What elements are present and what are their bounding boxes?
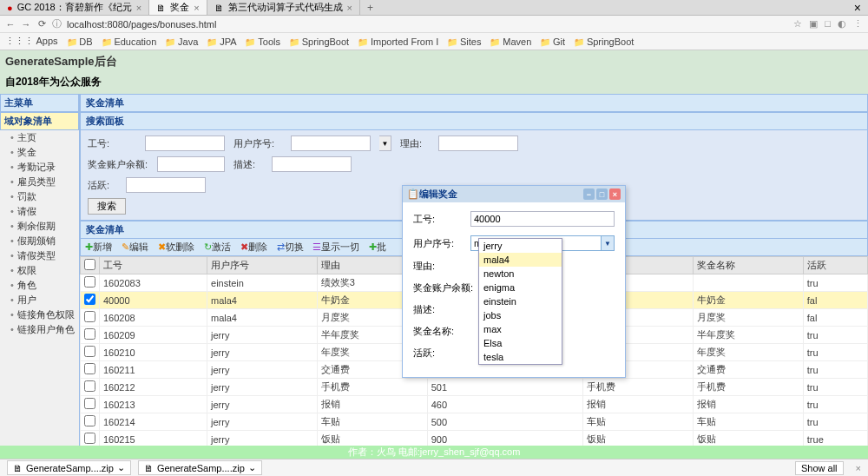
bookmark-folder[interactable]: SpringBoot — [574, 36, 634, 47]
close-icon[interactable]: × — [609, 188, 621, 200]
download-item[interactable]: 🗎 GenerateSamp....zip ⌄ — [138, 460, 262, 475]
table-row[interactable]: 160214jerry车贴500车贴车贴tru — [81, 413, 868, 431]
dropdown-option[interactable]: einstein — [479, 294, 562, 308]
active-input[interactable] — [126, 177, 206, 193]
dlg-code-input[interactable] — [470, 211, 615, 227]
select-all-checkbox[interactable] — [84, 259, 95, 270]
dropdown-icon[interactable]: ▼ — [379, 136, 391, 151]
sidebar-item[interactable]: 用户 — [0, 293, 79, 307]
window-close-button[interactable]: × — [847, 1, 868, 15]
sidebar-item[interactable]: 罚款 — [0, 189, 79, 204]
close-icon[interactable]: × — [136, 3, 141, 13]
sidebar-main-header[interactable]: 主菜单 — [0, 94, 79, 112]
close-icon[interactable]: × — [194, 3, 199, 13]
bookmark-folder[interactable]: Sites — [447, 36, 481, 47]
search-button[interactable]: 搜索 — [88, 198, 126, 215]
reason-input[interactable] — [438, 136, 518, 151]
menu-icon[interactable]: ⋮ — [853, 18, 863, 30]
sidebar-item[interactable]: 请假类型 — [0, 248, 79, 263]
cell: 160210 — [100, 344, 207, 361]
ext-icon[interactable]: □ — [825, 18, 831, 30]
ext-icon[interactable]: ◐ — [838, 18, 846, 30]
sidebar-item[interactable]: 假期颁销 — [0, 234, 79, 248]
close-icon[interactable]: × — [347, 3, 352, 13]
sidebar-item[interactable]: 链接用户角色 — [0, 322, 79, 337]
col-header[interactable]: 用户序号 — [207, 257, 318, 274]
dropdown-option[interactable]: mala4 — [479, 253, 562, 267]
activate-button[interactable]: ↻激活 — [203, 241, 231, 254]
reload-icon[interactable]: ⟳ — [36, 18, 47, 30]
showall-button[interactable]: ☰显示一切 — [312, 241, 359, 254]
bookmark-folder[interactable]: JPA — [207, 36, 236, 47]
bookmark-folder[interactable]: Imported From I — [358, 36, 438, 47]
softdel-button[interactable]: ✖软删除 — [157, 241, 194, 254]
edit-button[interactable]: ✎编辑 — [121, 241, 148, 254]
row-checkbox[interactable] — [84, 363, 95, 374]
row-checkbox[interactable] — [84, 415, 95, 426]
chevron-down-icon[interactable]: ▼ — [601, 236, 614, 250]
apps-button[interactable]: ⋮⋮⋮ Apps — [5, 36, 58, 47]
bookmark-folder[interactable]: Java — [165, 36, 198, 47]
sidebar-item[interactable]: 角色 — [0, 278, 79, 293]
code-input[interactable] — [145, 136, 225, 151]
balance-input[interactable] — [157, 156, 225, 172]
forward-icon[interactable]: → — [21, 19, 31, 30]
table-row[interactable]: 160213jerry报销460报销报销tru — [81, 396, 868, 413]
showall-button[interactable]: Show all — [795, 461, 844, 475]
add-button[interactable]: ✚新增 — [84, 241, 112, 254]
sidebar-item[interactable]: 权限 — [0, 263, 79, 278]
table-row[interactable]: 160212jerry手机费501手机费手机费tru — [81, 379, 868, 396]
bookmark-folder[interactable]: Maven — [490, 36, 531, 47]
del-button[interactable]: ✖删除 — [240, 241, 267, 254]
cell: 报销 — [693, 396, 803, 413]
dropdown-option[interactable]: enigma — [479, 281, 562, 294]
batch-button[interactable]: ✚批 — [368, 241, 386, 254]
user-input[interactable] — [291, 136, 371, 151]
row-checkbox[interactable] — [84, 276, 95, 288]
dropdown-option[interactable]: Elsa — [479, 336, 562, 350]
browser-tab[interactable]: ●GC 2018：育碧新作《纪元× — [0, 0, 149, 15]
col-header[interactable]: 工号 — [100, 257, 207, 274]
row-checkbox[interactable] — [84, 380, 95, 392]
close-icon[interactable]: × — [856, 463, 861, 473]
ext-icon[interactable]: ▣ — [809, 18, 818, 30]
new-tab-button[interactable]: + — [360, 2, 380, 14]
dropdown-option[interactable]: jerry — [479, 239, 562, 253]
star-icon[interactable]: ☆ — [793, 18, 802, 30]
sidebar-item[interactable]: 主页 — [0, 130, 79, 145]
back-icon[interactable]: ← — [5, 19, 16, 30]
row-checkbox[interactable] — [84, 311, 95, 322]
dropdown-option[interactable]: tesla — [479, 350, 562, 364]
dropdown-option[interactable]: max — [479, 322, 562, 336]
sidebar-item[interactable]: 雇员类型 — [0, 175, 79, 189]
download-item[interactable]: 🗎 GenerateSamp....zip ⌄ — [7, 460, 131, 475]
url-text[interactable]: localhost:8080/pages/bonuses.html — [67, 19, 788, 30]
desc-input[interactable] — [272, 156, 352, 172]
browser-tab-strip: ●GC 2018：育碧新作《纪元× 🗎奖金× 🗎第三代动词算子式代码生成× + … — [0, 0, 868, 16]
sidebar-item[interactable]: 剩余假期 — [0, 219, 79, 234]
sidebar-item[interactable]: 请假 — [0, 204, 79, 219]
browser-tab[interactable]: 🗎奖金× — [149, 0, 207, 15]
dropdown-option[interactable]: jobs — [479, 308, 562, 322]
bookmark-folder[interactable]: SpringBoot — [289, 36, 349, 47]
col-header[interactable]: 奖金名称 — [693, 257, 803, 274]
bookmark-folder[interactable]: Git — [540, 36, 565, 47]
bookmark-folder[interactable]: DB — [67, 36, 93, 47]
sidebar-domain-header[interactable]: 域对象清单 — [0, 112, 79, 130]
row-checkbox[interactable] — [84, 398, 95, 409]
maximize-icon[interactable]: □ — [596, 188, 608, 200]
dropdown-option[interactable]: newton — [479, 267, 562, 281]
sidebar-item[interactable]: 链接角色权限 — [0, 307, 79, 322]
row-checkbox[interactable] — [84, 346, 95, 357]
row-checkbox[interactable] — [84, 328, 95, 340]
row-checkbox[interactable] — [84, 433, 95, 444]
col-header[interactable]: 活跃 — [803, 257, 867, 274]
sidebar-item[interactable]: 奖金 — [0, 145, 79, 160]
minimize-icon[interactable]: − — [583, 188, 595, 200]
sidebar-item[interactable]: 考勤记录 — [0, 160, 79, 175]
bookmark-folder[interactable]: Education — [102, 36, 157, 47]
toggle-button[interactable]: ⇄切换 — [276, 241, 304, 254]
bookmark-folder[interactable]: Tools — [245, 36, 279, 47]
row-checkbox[interactable] — [84, 294, 95, 305]
browser-tab[interactable]: 🗎第三代动词算子式代码生成× — [207, 0, 360, 15]
